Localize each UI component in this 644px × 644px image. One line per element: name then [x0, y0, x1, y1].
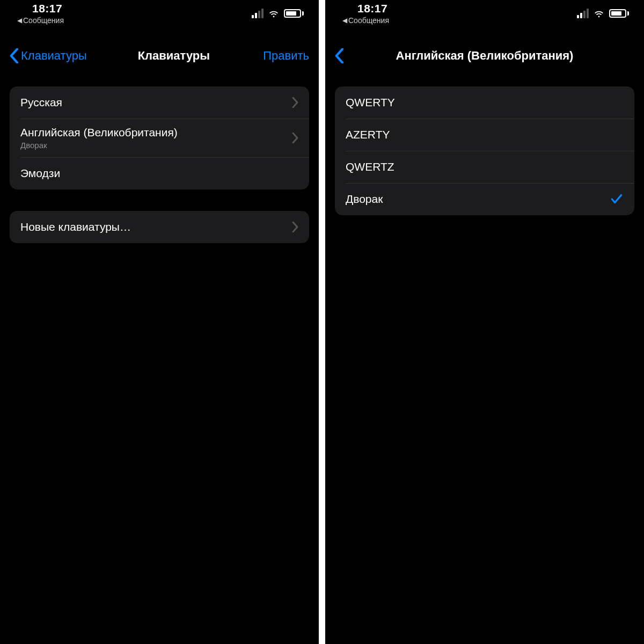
layout-title: QWERTZ — [346, 160, 624, 173]
chevron-right-icon — [292, 133, 298, 143]
nav-title: Клавиатуры — [87, 49, 261, 63]
status-time: 18:17 — [32, 2, 62, 15]
back-triangle-icon: ◀ — [17, 17, 22, 24]
chevron-left-icon — [10, 48, 19, 63]
layouts-group: QWERTY AZERTY QWERTZ Дворак — [335, 86, 634, 215]
keyboard-row[interactable]: Английская (Великобритания) Дворак — [10, 119, 309, 157]
add-keyboard-label: Новые клавиатуры… — [20, 221, 292, 233]
status-bar: 18:17 ◀ Сообщения — [325, 0, 644, 27]
layout-row[interactable]: QWERTZ — [335, 151, 634, 183]
layout-title: QWERTY — [346, 96, 624, 109]
keyboard-title: Эмодзи — [20, 167, 298, 180]
keyboard-row[interactable]: Эмодзи — [10, 157, 309, 189]
cellular-signal-icon — [577, 9, 589, 18]
chevron-right-icon — [292, 222, 298, 232]
breadcrumb-back[interactable]: ◀ Сообщения — [17, 16, 64, 25]
battery-icon — [284, 9, 304, 18]
back-triangle-icon: ◀ — [342, 17, 347, 24]
layout-row[interactable]: Дворак — [335, 183, 634, 215]
keyboard-title: Английская (Великобритания) — [20, 126, 292, 139]
keyboards-group: Русская Английская (Великобритания) Двор… — [10, 86, 309, 189]
layout-title: Дворак — [346, 193, 610, 206]
screenshot-left: 18:17 ◀ Сообщения Клавиатуры Клавиатуры — [0, 0, 319, 644]
nav-title: Английская (Великобритания) — [335, 49, 634, 63]
layout-row[interactable]: QWERTY — [335, 86, 634, 119]
nav-edit-button[interactable]: Править — [261, 49, 309, 63]
battery-icon — [609, 9, 629, 18]
add-keyboard-row[interactable]: Новые клавиатуры… — [10, 211, 309, 243]
nav-bar: Английская (Великобритания) — [325, 41, 644, 70]
wifi-icon — [593, 8, 605, 19]
breadcrumb-label: Сообщения — [23, 16, 64, 25]
nav-back-button[interactable]: Клавиатуры — [10, 48, 87, 63]
layout-row[interactable]: AZERTY — [335, 119, 634, 151]
breadcrumb-back[interactable]: ◀ Сообщения — [342, 16, 389, 25]
keyboard-row[interactable]: Русская — [10, 86, 309, 119]
layout-title: AZERTY — [346, 128, 624, 141]
status-time: 18:17 — [357, 2, 387, 15]
screenshot-right: 18:17 ◀ Сообщения Английская (Великобрит… — [325, 0, 644, 644]
nav-back-label: Клавиатуры — [21, 49, 87, 63]
breadcrumb-label: Сообщения — [348, 16, 389, 25]
status-bar: 18:17 ◀ Сообщения — [0, 0, 319, 27]
checkmark-icon — [610, 192, 624, 206]
keyboard-subtitle: Дворак — [20, 141, 292, 150]
nav-bar: Клавиатуры Клавиатуры Править — [0, 41, 319, 70]
wifi-icon — [268, 8, 280, 19]
new-keyboards-group: Новые клавиатуры… — [10, 211, 309, 243]
chevron-right-icon — [292, 97, 298, 108]
keyboard-title: Русская — [20, 96, 292, 109]
cellular-signal-icon — [252, 9, 264, 18]
